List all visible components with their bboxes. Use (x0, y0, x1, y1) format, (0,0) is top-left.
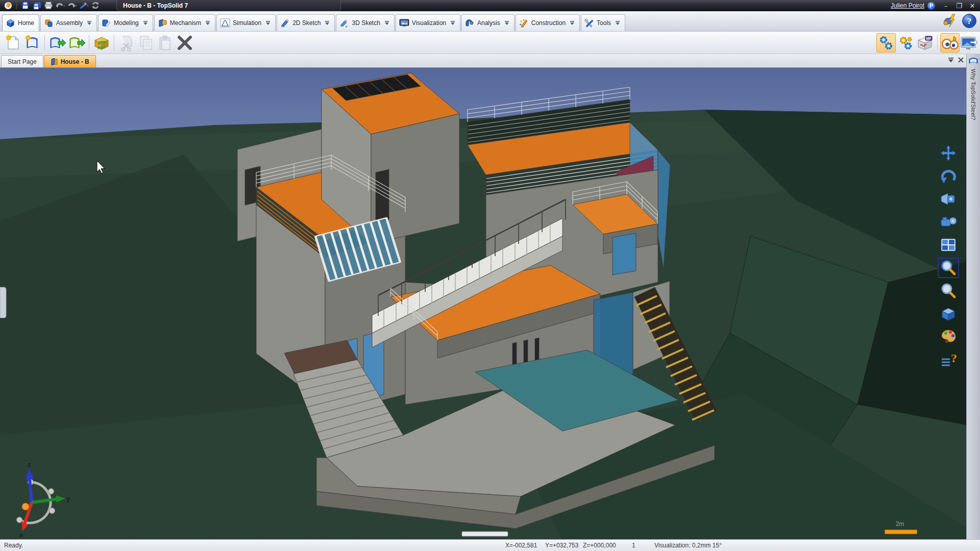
chevron-down-icon[interactable] (615, 21, 620, 25)
render-appearance-icon[interactable] (938, 327, 959, 346)
tab-visualization[interactable]: Visualization (396, 14, 460, 31)
visualization-tab-icon (399, 18, 409, 28)
chevron-down-icon[interactable] (87, 21, 92, 25)
view-toolbar: ▾ ▾ ▾ ? (938, 143, 964, 369)
mf-package-icon[interactable]: MF (915, 33, 935, 53)
chevron-down-icon[interactable] (570, 21, 575, 25)
options-gears-icon[interactable] (896, 33, 915, 53)
tab-3d-sketch[interactable]: 3D Sketch (336, 14, 394, 31)
separator (44, 35, 45, 51)
tab-start-page[interactable]: Start Page (1, 55, 43, 67)
chevron-down-icon[interactable] (143, 21, 148, 25)
tab-simulation[interactable]: Simulation (216, 14, 276, 31)
title-bar: House - B - TopSolid 7 Julien Poirot P –… (0, 0, 980, 11)
visualization-setting: Visualization: 0,2mm 15° (654, 542, 722, 549)
isometric-view-icon[interactable] (938, 304, 959, 323)
main-toolbar (0, 32, 980, 54)
tab-construction[interactable]: Construction (516, 14, 580, 31)
tools-tab-icon (584, 18, 594, 28)
undo-icon[interactable] (55, 1, 65, 10)
close-button[interactable]: ✕ (967, 1, 978, 10)
restore-button[interactable]: ❐ (953, 1, 965, 10)
2d-sketch-tab-icon (280, 18, 290, 28)
tab-home[interactable]: Home (2, 14, 39, 31)
ribbon-tab-row: Home Assembly Modeling Mechanism Simulat… (0, 11, 980, 32)
open-document-icon[interactable] (47, 33, 67, 53)
svg-text:?: ? (951, 352, 957, 365)
side-panel-label: Why TopSolid'Steel? (970, 69, 976, 120)
zoom-window-icon[interactable] (938, 258, 959, 278)
construction-tab-icon (519, 18, 529, 28)
tab-house-b[interactable]: House - B (44, 55, 96, 67)
document-tab-bar: Start Page House - B (0, 54, 966, 68)
tab-tools[interactable]: Tools (581, 14, 625, 31)
visual-help-icon[interactable]: ? (938, 350, 959, 369)
axis-z-label: z (28, 461, 31, 468)
tab-list-dropdown-icon[interactable] (948, 58, 954, 62)
3d-sketch-tab-icon (339, 18, 349, 28)
redo-icon[interactable] (67, 1, 77, 10)
assembly-tab-icon (44, 18, 54, 28)
svg-text:MF: MF (926, 37, 932, 40)
whats-new-lightning-icon[interactable] (941, 13, 959, 29)
tab-assembly[interactable]: Assembly (40, 14, 97, 31)
delete-icon[interactable] (175, 33, 194, 53)
document-count: 1 (632, 542, 635, 549)
analysis-tab-icon (465, 18, 475, 28)
zoom-icon[interactable] (938, 281, 959, 300)
tab-2d-sketch[interactable]: 2D Sketch (277, 14, 335, 31)
paste-icon[interactable] (156, 33, 175, 53)
screen-share-icon[interactable] (960, 33, 979, 53)
axis-x-label: x (19, 531, 23, 539)
new-document-icon[interactable] (3, 33, 22, 53)
scene-3d: z y x 2m (0, 68, 966, 539)
preview-eyes-icon[interactable] (940, 33, 960, 53)
tab-modeling[interactable]: Modeling (98, 14, 153, 31)
search-gears-icon[interactable] (876, 33, 896, 53)
topsolid-logo-icon (3, 1, 13, 10)
help-icon[interactable]: ? (962, 13, 977, 29)
chevron-down-icon[interactable] (504, 21, 509, 25)
close-document-icon[interactable] (958, 57, 964, 63)
save-all-icon[interactable] (32, 1, 42, 10)
user-badge-icon[interactable]: P (927, 2, 935, 10)
horizontal-scrollbar-thumb[interactable] (462, 532, 508, 536)
viewport-layout-icon[interactable]: ▾ (938, 235, 959, 255)
side-panel-collapsed-tab[interactable]: Why TopSolid'Steel? (966, 54, 980, 539)
pan-icon[interactable] (938, 143, 959, 163)
left-panel-handle[interactable] (0, 287, 6, 318)
user-account-link[interactable]: Julien Poirot (891, 2, 924, 9)
document-icon (51, 58, 58, 65)
book-icon (968, 56, 978, 65)
chevron-down-icon[interactable] (325, 21, 330, 25)
camera-icon[interactable] (938, 212, 959, 232)
light-icon[interactable]: ▾ (938, 189, 959, 209)
chevron-down-icon[interactable] (450, 21, 455, 25)
chevron-down-icon[interactable] (265, 21, 271, 25)
minimize-button[interactable]: – (940, 1, 951, 10)
chevron-down-icon[interactable] (384, 21, 389, 25)
home-tab-icon (6, 18, 15, 28)
tab-analysis[interactable]: Analysis (461, 14, 514, 31)
window-title: House - B - TopSolid 7 (116, 0, 341, 11)
refresh-icon[interactable] (90, 1, 101, 10)
new-document-template-icon[interactable] (22, 33, 42, 53)
edit-pencil-icon[interactable] (79, 1, 89, 10)
rotate-icon[interactable]: ▾ (938, 166, 959, 186)
modeling-tab-icon (102, 18, 111, 28)
tab-mechanism[interactable]: Mechanism (154, 14, 215, 31)
viewport-3d[interactable]: z y x 2m ▾ ▾ ▾ (0, 68, 966, 539)
simulation-tab-icon (220, 18, 230, 28)
chevron-down-icon[interactable] (205, 21, 210, 25)
save-icon[interactable] (20, 1, 30, 10)
cut-icon[interactable] (117, 33, 136, 53)
update-package-icon[interactable] (92, 33, 111, 53)
print-icon[interactable] (43, 1, 54, 10)
copy-icon[interactable] (136, 33, 156, 53)
separator (937, 35, 938, 51)
quick-access-toolbar (0, 1, 101, 10)
status-message: Ready. (4, 542, 23, 549)
open-template-icon[interactable] (67, 33, 86, 53)
svg-text:?: ? (967, 16, 972, 26)
mechanism-tab-icon (158, 18, 167, 28)
